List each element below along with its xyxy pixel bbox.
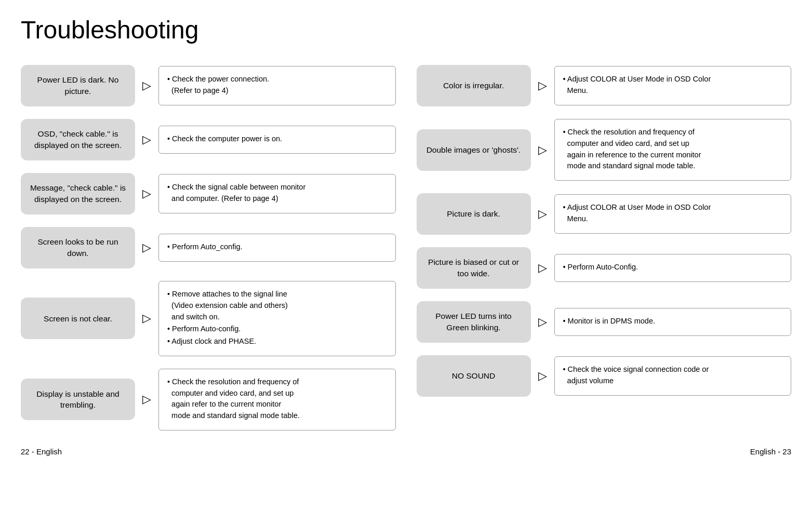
troubleshoot-row: NO SOUND▷• Check the voice signal connec…	[417, 355, 792, 397]
arrow-icon: ▷	[538, 261, 547, 275]
solution-box: • Monitor is in DPMS mode.	[554, 308, 792, 336]
arrow-icon: ▷	[538, 207, 547, 221]
solution-text: • Adjust COLOR at User Mode in OSD Color…	[563, 74, 783, 97]
solution-text: • Perform Auto-Config.	[563, 262, 783, 273]
solution-box: • Adjust COLOR at User Mode in OSD Color…	[554, 66, 792, 105]
problem-box: Double images or 'ghosts'.	[417, 129, 531, 171]
troubleshoot-row: Picture is biased or cut or too wide.▷• …	[417, 247, 792, 289]
arrow-icon: ▷	[142, 393, 151, 406]
solution-box: • Check the power connection. (Refer to …	[158, 66, 396, 105]
solution-box: • Check the resolution and frequency of …	[554, 119, 792, 181]
problem-box: Color is irregular.	[417, 65, 531, 106]
solution-box: • Check the voice signal connection code…	[554, 356, 792, 396]
problem-box: OSD, "check cable." is displayed on the …	[21, 119, 135, 160]
problem-box: Power LED is dark. No picture.	[21, 65, 135, 106]
left-column: Power LED is dark. No picture.▷• Check t…	[21, 65, 396, 430]
solution-text: • Check the resolution and frequency of …	[563, 127, 783, 172]
content-area: Power LED is dark. No picture.▷• Check t…	[21, 65, 791, 430]
solution-text: • Check the power connection. (Refer to …	[167, 74, 387, 97]
solution-box: • Adjust COLOR at User Mode in OSD Color…	[554, 194, 792, 234]
solution-box: • Remove attaches to the signal line (Vi…	[158, 281, 396, 356]
troubleshoot-row: Display is unstable and trembling.▷• Che…	[21, 369, 396, 430]
solution-text: • Adjust COLOR at User Mode in OSD Color…	[563, 202, 783, 225]
footer-right: English - 23	[750, 447, 791, 456]
arrow-icon: ▷	[538, 369, 547, 383]
arrow-icon: ▷	[538, 143, 547, 157]
footer: 22 - English English - 23	[21, 447, 791, 456]
page-title: Troubleshooting	[21, 16, 791, 44]
arrow-icon: ▷	[538, 79, 547, 92]
troubleshoot-row: Power LED is dark. No picture.▷• Check t…	[21, 65, 396, 106]
solution-box: • Check the resolution and frequency of …	[158, 369, 396, 430]
solution-box: • Check the signal cable between monitor…	[158, 174, 396, 213]
troubleshoot-row: Color is irregular.▷• Adjust COLOR at Us…	[417, 65, 792, 106]
solution-text: • Check the resolution and frequency of …	[167, 376, 387, 422]
troubleshoot-row: Double images or 'ghosts'.▷• Check the r…	[417, 119, 792, 181]
troubleshoot-row: Message, "check cable." is displayed on …	[21, 173, 396, 214]
troubleshoot-row: OSD, "check cable." is displayed on the …	[21, 119, 396, 160]
problem-box: Display is unstable and trembling.	[21, 379, 135, 420]
solution-text: • Remove attaches to the signal line (Vi…	[167, 289, 387, 322]
troubleshoot-row: Power LED turns into Green blinking.▷• M…	[417, 301, 792, 343]
troubleshoot-row: Screen looks to be run down.▷• Perform A…	[21, 227, 396, 268]
arrow-icon: ▷	[142, 79, 151, 92]
solution-box: • Perform Auto-Config.	[554, 254, 792, 282]
arrow-icon: ▷	[142, 312, 151, 325]
arrow-icon: ▷	[538, 315, 547, 329]
arrow-icon: ▷	[142, 133, 151, 146]
problem-box: Picture is biased or cut or too wide.	[417, 247, 531, 289]
problem-box: Power LED turns into Green blinking.	[417, 301, 531, 343]
solution-text: • Perform Auto-config.	[167, 324, 387, 335]
arrow-icon: ▷	[142, 187, 151, 200]
problem-box: NO SOUND	[417, 355, 531, 397]
problem-box: Screen looks to be run down.	[21, 227, 135, 268]
footer-left: 22 - English	[21, 447, 62, 456]
problem-box: Picture is dark.	[417, 193, 531, 235]
troubleshoot-row: Picture is dark.▷• Adjust COLOR at User …	[417, 193, 792, 235]
arrow-icon: ▷	[142, 241, 151, 254]
solution-text: • Adjust clock and PHASE.	[167, 336, 387, 347]
solution-text: • Monitor is in DPMS mode.	[563, 316, 783, 327]
right-column: Color is irregular.▷• Adjust COLOR at Us…	[417, 65, 792, 430]
problem-box: Screen is not clear.	[21, 298, 135, 339]
solution-text: • Check the computer power is on.	[167, 133, 387, 145]
solution-text: • Check the voice signal connection code…	[563, 364, 783, 387]
troubleshoot-row: Screen is not clear.▷• Remove attaches t…	[21, 281, 396, 356]
solution-text: • Check the signal cable between monitor…	[167, 182, 387, 205]
solution-box: • Check the computer power is on.	[158, 126, 396, 154]
solution-box: • Perform Auto_config.	[158, 234, 396, 262]
solution-text: • Perform Auto_config.	[167, 241, 387, 253]
problem-box: Message, "check cable." is displayed on …	[21, 173, 135, 214]
